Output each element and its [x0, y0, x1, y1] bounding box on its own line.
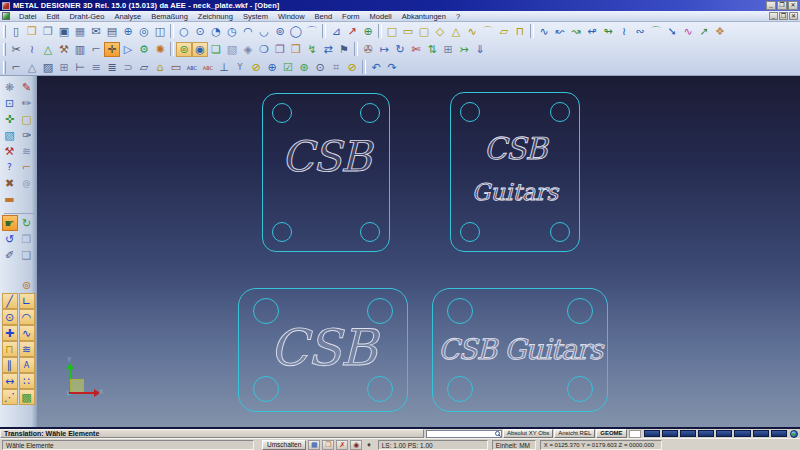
arc-icon[interactable]: ◠ [240, 24, 256, 39]
dim-stack-icon[interactable]: ≡ [88, 60, 104, 75]
copy-page-icon[interactable]: ❐ [19, 231, 35, 247]
toolbar-grip[interactable] [3, 25, 6, 38]
parallelogram-icon[interactable]: ▱ [496, 24, 512, 39]
new-file-icon[interactable]: ▯ [8, 24, 24, 39]
split-window-icon[interactable]: ◫ [152, 24, 168, 39]
menu-item-modell[interactable]: Modell [365, 11, 397, 22]
search-input[interactable] [431, 431, 495, 437]
dim-linear-icon[interactable]: ⊢ [72, 60, 88, 75]
play-icon[interactable]: ▷ [120, 42, 136, 57]
roof-icon[interactable]: ⌂ [152, 60, 168, 75]
copy-icon[interactable]: ❐ [272, 42, 288, 57]
corner-icon[interactable]: ⌐ [88, 42, 104, 57]
preview-icon[interactable]: ◎ [136, 24, 152, 39]
curve-down-icon[interactable]: ➘ [664, 24, 680, 39]
arc-tangent-icon[interactable]: ⌒ [304, 24, 320, 39]
menu-item-bema-ung[interactable]: Bemaßung [146, 11, 193, 22]
drawing-canvas[interactable]: CSB CSB Guitars CSB CSB Guitars [37, 76, 800, 427]
ellipse-icon[interactable]: ◯ [288, 24, 304, 39]
spline-tool-icon[interactable]: ∿ [19, 325, 35, 341]
restore-button[interactable]: ❐ [777, 1, 787, 10]
rhombus-icon[interactable]: ◇ [432, 24, 448, 39]
engraving-text[interactable]: CSB [263, 132, 389, 181]
screw-hole[interactable] [567, 376, 593, 402]
menu-item--[interactable]: ? [451, 11, 465, 22]
text-abc-icon[interactable]: ABC [184, 60, 200, 75]
circle-icon[interactable]: ○ [176, 24, 192, 39]
yellow-frame-icon[interactable]: ▢ [19, 111, 35, 127]
contour-icon[interactable]: ⊓ [512, 24, 528, 39]
menu-item-analyse[interactable]: Analyse [109, 11, 146, 22]
solid-box-icon[interactable]: ◈ [240, 42, 256, 57]
branch-icon[interactable]: Y [232, 60, 248, 75]
tools-icon[interactable]: ⚒ [2, 143, 18, 159]
engraving-text[interactable]: CSB [451, 131, 579, 166]
xy-grid-icon[interactable]: ⌗ [328, 60, 344, 75]
screw-hole[interactable] [272, 222, 292, 242]
dim-grid-icon[interactable]: ⊞ [56, 60, 72, 75]
print-icon[interactable]: ▤ [104, 24, 120, 39]
move-icon[interactable]: ✛ [104, 42, 120, 57]
redo-icon[interactable]: ↷ [384, 60, 400, 75]
pages-icon[interactable]: ❑ [19, 247, 35, 263]
minimize-button[interactable]: _ [766, 1, 776, 10]
screw-hole[interactable] [447, 298, 473, 324]
rings-icon[interactable]: ⊚ [19, 277, 35, 293]
gear-a-icon[interactable]: ⊛ [296, 60, 312, 75]
point-tool-icon[interactable]: ✚ [2, 325, 18, 341]
blue-spiral-icon[interactable]: ↺ [2, 231, 18, 247]
screw-hole[interactable] [460, 102, 480, 122]
sketch-pencil-icon[interactable]: ✏ [19, 95, 35, 111]
paste-icon[interactable]: ❒ [288, 42, 304, 57]
menu-item-window[interactable]: Window [273, 11, 310, 22]
screw-hole[interactable] [460, 222, 480, 242]
screw-hole[interactable] [447, 376, 473, 402]
polygon-icon[interactable]: △ [448, 24, 464, 39]
child-minimize-button[interactable]: _ [769, 12, 778, 20]
tangent-curve-icon[interactable]: ∾ [632, 24, 648, 39]
zoom-icon[interactable]: ⊘ [344, 60, 360, 75]
delete-x-icon[interactable]: ✖ [2, 175, 18, 191]
offset-icon[interactable]: ⊕ [360, 24, 376, 39]
neck-plate-bottom-left[interactable]: CSB [238, 288, 408, 412]
arc-3pt-icon[interactable]: ◡ [256, 24, 272, 39]
angle-tool-icon[interactable]: ∟ [19, 293, 35, 309]
green-doc-icon[interactable]: ❏ [208, 42, 224, 57]
green-spiral-icon[interactable]: ↻ [19, 215, 35, 231]
hatch-icon[interactable]: ▨ [40, 60, 56, 75]
undo-icon[interactable]: ↶ [368, 60, 384, 75]
geome-button[interactable]: GEOME [596, 429, 626, 438]
curve-loop-icon[interactable]: ↫ [584, 24, 600, 39]
neck-plate-bottom-right[interactable]: CSB Guitars [432, 288, 608, 412]
screw-hole[interactable] [567, 298, 593, 324]
save-icon[interactable]: ▣ [56, 24, 72, 39]
neck-plate-top-right[interactable]: CSB Guitars [450, 92, 580, 252]
dim-skew-icon[interactable]: ▱ [136, 60, 152, 75]
rotate-g-icon[interactable]: ↻ [392, 42, 408, 57]
edit-curve-icon[interactable]: ∿ [536, 24, 552, 39]
settings-gear-icon[interactable]: ⚙ [136, 42, 152, 57]
scissors2-icon[interactable]: ✄ [408, 42, 424, 57]
slot-icon[interactable]: ⌒ [480, 24, 496, 39]
machine-gears-icon[interactable]: ⊚ [176, 42, 192, 57]
ruler-corner-icon[interactable]: ⌐ [19, 159, 35, 175]
camera-icon[interactable]: ◉ [350, 440, 362, 450]
shaded-view-icon[interactable]: ❍ [256, 42, 272, 57]
screw-hole[interactable] [550, 102, 570, 122]
text-abc-red-icon[interactable]: ABC [200, 60, 216, 75]
help-icon[interactable]: ? [2, 159, 18, 175]
menu-item-system[interactable]: System [238, 11, 273, 22]
sweep-icon[interactable]: ❖ [712, 24, 728, 39]
screw-hole[interactable] [367, 376, 393, 402]
rounded-rect-icon[interactable]: ▢ [416, 24, 432, 39]
zoom-plus-icon[interactable]: ⊘ [248, 60, 264, 75]
bobbin-icon[interactable]: ✇ [360, 42, 376, 57]
menu-item-bend[interactable]: Bend [310, 11, 338, 22]
chamfer-icon[interactable]: ⊿ [328, 24, 344, 39]
run-icon[interactable]: ↯ [304, 42, 320, 57]
circle-tangent-icon[interactable]: ⊚ [272, 24, 288, 39]
screw-hole[interactable] [253, 376, 279, 402]
menu-item-form[interactable]: Form [337, 11, 365, 22]
absolut-xy-button[interactable]: Absolut XY Obs [503, 429, 553, 438]
toolbar-grip[interactable] [3, 43, 6, 56]
